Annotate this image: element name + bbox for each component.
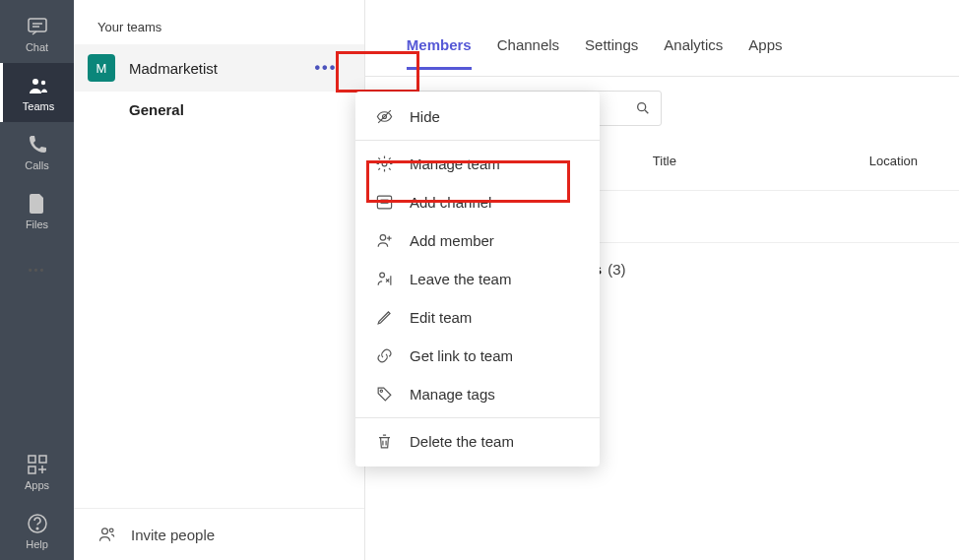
- svg-rect-7: [29, 467, 35, 473]
- team-context-menu: Hide Manage team Add channel Add member …: [355, 92, 600, 467]
- apps-icon: [26, 453, 49, 476]
- divider: [355, 140, 600, 141]
- teams-icon: [27, 74, 50, 97]
- menu-edit-label: Edit team: [410, 309, 472, 326]
- tag-icon: [375, 385, 394, 404]
- svg-point-4: [41, 80, 45, 84]
- nav-teams[interactable]: Teams: [0, 63, 74, 122]
- menu-add-channel[interactable]: Add channel: [355, 183, 600, 221]
- th-location: Location: [869, 154, 918, 168]
- menu-delete-label: Delete the team: [410, 433, 514, 450]
- svg-rect-6: [39, 456, 46, 463]
- phone-icon: [26, 133, 49, 156]
- nav-apps-label: Apps: [25, 479, 49, 491]
- ellipsis-icon: •••: [314, 59, 337, 77]
- svg-rect-15: [377, 196, 391, 209]
- nav-more[interactable]: •••: [0, 240, 74, 299]
- menu-manage-team-label: Manage team: [410, 156, 500, 172]
- tab-members[interactable]: Members: [407, 36, 472, 70]
- menu-leave-team[interactable]: Leave the team: [355, 260, 600, 298]
- nav-help[interactable]: Help: [0, 501, 74, 560]
- menu-leave-label: Leave the team: [410, 271, 511, 287]
- menu-manage-tags[interactable]: Manage tags: [355, 375, 600, 413]
- svg-point-23: [638, 103, 646, 111]
- team-name: Madmarketist: [129, 60, 311, 77]
- nav-files[interactable]: Files: [0, 181, 74, 240]
- your-teams-header: Your teams: [74, 0, 364, 44]
- nav-apps[interactable]: Apps: [0, 442, 74, 501]
- chat-icon: [26, 15, 49, 38]
- link-icon: [375, 346, 394, 365]
- tab-apps[interactable]: Apps: [748, 36, 782, 70]
- svg-rect-0: [29, 19, 46, 31]
- menu-add-member-label: Add member: [410, 232, 494, 249]
- nav-calls-label: Calls: [25, 159, 48, 171]
- app-bar: Chat Teams Calls Files ••• Apps Help: [0, 0, 74, 560]
- tab-settings[interactable]: Settings: [585, 36, 638, 70]
- pencil-icon: [375, 308, 394, 327]
- channel-general[interactable]: General: [74, 92, 364, 128]
- svg-point-3: [32, 79, 38, 85]
- ellipsis-icon: •••: [29, 264, 46, 276]
- team-more-button[interactable]: •••: [311, 59, 341, 77]
- help-icon: [26, 512, 49, 535]
- svg-point-11: [109, 529, 113, 532]
- menu-delete-team[interactable]: Delete the team: [355, 422, 600, 461]
- search-icon: [635, 100, 651, 116]
- svg-point-10: [102, 529, 108, 534]
- svg-point-21: [380, 273, 385, 278]
- svg-point-18: [380, 235, 386, 241]
- trash-icon: [375, 432, 394, 451]
- team-avatar: M: [88, 54, 115, 82]
- svg-point-22: [380, 390, 382, 392]
- teams-panel: Your teams M Madmarketist ••• General In…: [74, 0, 365, 560]
- svg-point-9: [36, 528, 38, 529]
- svg-point-14: [382, 161, 387, 166]
- nav-files-label: Files: [26, 218, 48, 230]
- nav-help-label: Help: [26, 538, 48, 550]
- tab-row: Members Channels Settings Analytics Apps: [365, 30, 959, 77]
- invite-label: Invite people: [131, 527, 215, 543]
- nav-chat[interactable]: Chat: [0, 4, 74, 63]
- nav-calls[interactable]: Calls: [0, 122, 74, 181]
- menu-get-link-label: Get link to team: [410, 347, 513, 364]
- divider: [355, 417, 600, 418]
- menu-manage-team[interactable]: Manage team: [355, 145, 600, 183]
- nav-chat-label: Chat: [26, 41, 48, 53]
- menu-add-member[interactable]: Add member: [355, 221, 600, 260]
- add-channel-icon: [375, 193, 394, 212]
- menu-add-channel-label: Add channel: [410, 194, 491, 211]
- svg-line-24: [645, 110, 648, 113]
- svg-rect-5: [29, 456, 35, 463]
- guests-count: (3): [607, 261, 625, 278]
- add-member-icon: [375, 231, 394, 250]
- menu-hide-label: Hide: [410, 108, 440, 125]
- th-title: Title: [653, 154, 869, 168]
- leave-icon: [375, 270, 394, 288]
- team-row[interactable]: M Madmarketist •••: [74, 44, 364, 92]
- nav-teams-label: Teams: [23, 100, 54, 112]
- invite-people[interactable]: Invite people: [74, 508, 364, 560]
- menu-edit-team[interactable]: Edit team: [355, 298, 600, 337]
- tab-analytics[interactable]: Analytics: [664, 36, 723, 70]
- gear-icon: [375, 155, 394, 173]
- menu-manage-tags-label: Manage tags: [410, 386, 495, 403]
- menu-hide[interactable]: Hide: [355, 97, 600, 136]
- file-icon: [26, 192, 49, 216]
- menu-get-link[interactable]: Get link to team: [355, 337, 600, 375]
- tab-channels[interactable]: Channels: [497, 36, 559, 70]
- hide-icon: [375, 107, 394, 126]
- invite-icon: [97, 525, 117, 544]
